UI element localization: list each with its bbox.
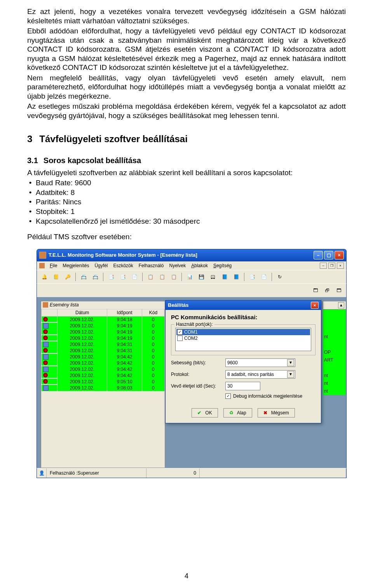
alarm-dot-icon xyxy=(43,317,48,322)
cell-time: 9:04:18 xyxy=(107,316,142,323)
cell-date: 2009.12.02. xyxy=(58,348,107,354)
tool-icon[interactable]: 🕮 xyxy=(208,272,218,282)
table-row[interactable]: 2009.12.02.9:04:180 xyxy=(42,316,165,323)
menu-user[interactable]: Felhasználó xyxy=(137,263,166,269)
tool-icon[interactable]: 📇 xyxy=(78,272,89,282)
minimize-button[interactable]: – xyxy=(314,251,323,259)
alarm-dot-icon xyxy=(43,360,48,365)
tool-icon[interactable]: 📋 xyxy=(145,272,155,282)
menu-help[interactable]: Segítség xyxy=(211,263,234,269)
reset-button[interactable]: ♻Alap xyxy=(223,408,252,418)
scroll-up-icon[interactable]: ▴ xyxy=(338,302,344,308)
refresh-icon[interactable]: ↻ xyxy=(275,272,285,282)
tool-icon[interactable]: 📄 xyxy=(129,272,139,282)
heading-1: 3 Távfelügyeleti szoftver beállításai xyxy=(27,134,346,144)
table-row[interactable]: 2009.12.02.9:04:420 xyxy=(42,360,165,366)
menu-tools[interactable]: Eszközök xyxy=(111,263,135,269)
dialog-close-button[interactable]: × xyxy=(311,302,319,309)
ok-button[interactable]: ✔OK xyxy=(192,408,218,418)
mdi-restore-button[interactable]: ❐ xyxy=(328,263,335,269)
port-checkbox[interactable] xyxy=(177,336,183,341)
tool-icon[interactable]: 📇 xyxy=(90,272,100,282)
cross-icon: ✖ xyxy=(263,410,269,416)
table-row[interactable]: 2009.12.02.9:04:420 xyxy=(42,354,165,360)
close-button[interactable]: × xyxy=(335,251,344,259)
table-row[interactable]: 2009.12.02.9:05:100 xyxy=(42,379,165,385)
tool-icon[interactable]: 📋 xyxy=(157,272,167,282)
info-box-icon xyxy=(43,342,49,347)
table-row[interactable]: 2009.12.02.9:08:030 xyxy=(42,385,165,391)
tool-icon[interactable]: 📑 xyxy=(247,272,257,282)
menu-view[interactable]: Megjelenítés xyxy=(61,263,91,269)
window-tile-icon[interactable]: 🗖 xyxy=(334,285,344,296)
table-row[interactable]: 2009.12.02.9:04:190 xyxy=(42,329,165,335)
titlebar[interactable]: T.E.L.L. Monitoring Software Monitor Sys… xyxy=(37,249,347,261)
cell-date: 2009.12.02. xyxy=(58,372,107,379)
cell-time: 9:04:42 xyxy=(107,354,142,360)
tool-icon[interactable]: 📘 xyxy=(231,272,241,282)
table-row[interactable]: 2009.12.02.9:04:420 xyxy=(42,372,165,379)
speed-select[interactable]: 9600 xyxy=(225,358,295,367)
row-icon-cell xyxy=(42,379,58,384)
heading-1-number: 3 xyxy=(27,134,32,144)
paragraph-1: Ez azt jelenti, hogy a vezetékes vonalra… xyxy=(27,7,346,25)
table-row[interactable]: 2009.12.02.9:04:420 xyxy=(42,366,165,372)
settings-bullet-list: Baud Rate: 9600 Adatbitek: 8 Paritás: Ni… xyxy=(27,178,346,226)
alert-icon[interactable]: 🔔 xyxy=(39,272,49,282)
key-icon[interactable]: 🔑 xyxy=(63,272,73,282)
protocol-select[interactable]: 8 adatbit, nincs paritás xyxy=(225,370,295,379)
cell-code: 0 xyxy=(142,385,164,391)
right-header-cell: ▴ xyxy=(323,301,346,310)
right-cell xyxy=(323,310,346,317)
window-list-icon[interactable]: 🗔 xyxy=(310,285,321,296)
table-row[interactable]: 2009.12.02.9:04:190 xyxy=(42,335,165,341)
port-checkbox[interactable] xyxy=(177,329,183,335)
info-box-icon xyxy=(43,385,49,391)
tool-icon[interactable]: 📘 xyxy=(220,272,230,282)
table-row[interactable]: 2009.12.02.9:04:310 xyxy=(42,348,165,354)
right-cell: ART xyxy=(323,356,346,364)
heading-2-text: Soros kapcsolat beállítása xyxy=(44,156,141,165)
table-row[interactable]: 2009.12.02.9:04:190 xyxy=(42,323,165,329)
col-code[interactable]: Kód xyxy=(142,309,164,316)
paragraph-4: Az esetleges műszaki probléma megoldása … xyxy=(27,102,346,120)
cell-code: 0 xyxy=(142,316,164,323)
cancel-button[interactable]: ✖Mégsem xyxy=(258,408,295,418)
tool-icon[interactable]: 📑 xyxy=(106,272,116,282)
port-option-com2[interactable]: COM2 xyxy=(176,335,310,341)
tool-icon[interactable]: 💾 xyxy=(196,272,206,282)
life-input[interactable]: 30 xyxy=(225,382,260,390)
window-grid-icon[interactable]: 🗗 xyxy=(322,285,332,296)
info-box-icon xyxy=(43,354,49,360)
menu-file[interactable]: File xyxy=(48,263,59,269)
menu-windows[interactable]: Ablakok xyxy=(189,263,210,269)
maximize-button[interactable]: ▢ xyxy=(324,251,333,259)
tool-icon[interactable]: 📊 xyxy=(185,272,195,282)
debug-checkbox[interactable] xyxy=(225,393,231,399)
table-row[interactable]: 2009.12.02.9:04:310 xyxy=(42,341,165,348)
tool-icon[interactable]: 📄 xyxy=(259,272,269,282)
ports-listbox[interactable]: COM1 COM2 xyxy=(175,328,311,351)
mdi-close-button[interactable]: × xyxy=(337,263,344,269)
ports-legend: Használt port(ok): xyxy=(174,322,214,327)
dialog-titlebar[interactable]: Beállítás × xyxy=(166,301,321,310)
row-icon-cell xyxy=(42,329,58,334)
right-column: ▴ ntOPARTntntnt xyxy=(323,301,346,468)
mdi-minimize-button[interactable]: – xyxy=(320,263,327,269)
life-label: Vevő életjel idő (Sec): xyxy=(171,383,225,389)
debug-label: Debug információk megjelenítése xyxy=(233,393,302,399)
book-icon[interactable]: 📒 xyxy=(51,272,61,282)
tool-icon[interactable]: 📑 xyxy=(118,272,128,282)
event-table[interactable]: Dátum Időpont Kód 2009.12.02.9:04:180200… xyxy=(41,309,165,391)
cell-code: 0 xyxy=(142,372,164,379)
col-date[interactable]: Dátum xyxy=(58,309,107,316)
right-cell xyxy=(323,341,346,348)
col-time[interactable]: Időpont xyxy=(107,309,142,316)
ports-fieldset: Használt port(ok): COM1 COM2 xyxy=(171,324,315,355)
tool-icon[interactable]: 📋 xyxy=(169,272,179,282)
cell-code: 0 xyxy=(142,360,164,366)
menu-client[interactable]: Ügyfél xyxy=(92,263,110,269)
menu-lang[interactable]: Nyelvek xyxy=(167,263,188,269)
dialog-title-text: Beállítás xyxy=(168,302,188,308)
port-option-com1[interactable]: COM1 xyxy=(176,329,310,335)
